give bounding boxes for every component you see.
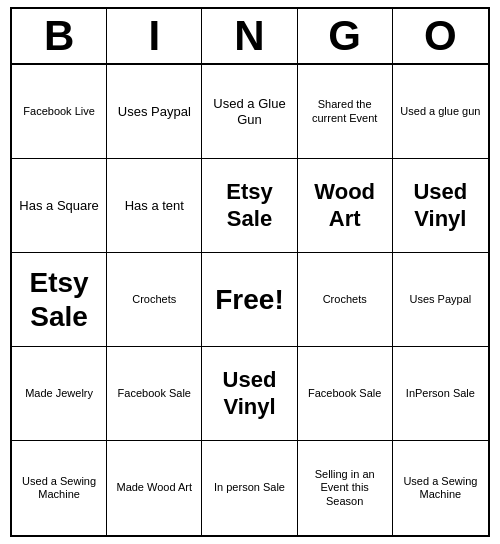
cell-text: Etsy Sale: [206, 179, 292, 232]
cell-text: Used Vinyl: [397, 179, 484, 232]
header-letter: B: [12, 9, 107, 63]
bingo-grid: Facebook LiveUses PaypalUsed a Glue GunS…: [12, 65, 488, 535]
cell-text: Used a Sewing Machine: [16, 475, 102, 501]
bingo-cell[interactable]: Used a Sewing Machine: [393, 441, 488, 535]
cell-text: Uses Paypal: [118, 104, 191, 120]
bingo-cell[interactable]: Facebook Sale: [107, 347, 202, 441]
bingo-cell[interactable]: Crochets: [298, 253, 393, 347]
bingo-cell[interactable]: Used a Glue Gun: [202, 65, 297, 159]
bingo-cell[interactable]: In person Sale: [202, 441, 297, 535]
cell-text: Used a Glue Gun: [206, 96, 292, 127]
bingo-cell[interactable]: Has a tent: [107, 159, 202, 253]
header-letter: N: [202, 9, 297, 63]
cell-text: Crochets: [132, 293, 176, 306]
cell-text: Uses Paypal: [410, 293, 472, 306]
bingo-cell[interactable]: Shared the current Event: [298, 65, 393, 159]
header-letter: I: [107, 9, 202, 63]
bingo-cell[interactable]: Used Vinyl: [202, 347, 297, 441]
cell-text: Facebook Live: [23, 105, 95, 118]
cell-text: InPerson Sale: [406, 387, 475, 400]
bingo-cell[interactable]: Free!: [202, 253, 297, 347]
cell-text: Selling in an Event this Season: [302, 468, 388, 508]
cell-text: Facebook Sale: [308, 387, 381, 400]
bingo-header: BINGO: [12, 9, 488, 65]
bingo-cell[interactable]: Wood Art: [298, 159, 393, 253]
bingo-cell[interactable]: Used a glue gun: [393, 65, 488, 159]
bingo-cell[interactable]: InPerson Sale: [393, 347, 488, 441]
cell-text: Has a Square: [19, 198, 99, 214]
header-letter: O: [393, 9, 488, 63]
cell-text: Facebook Sale: [118, 387, 191, 400]
bingo-cell[interactable]: Made Wood Art: [107, 441, 202, 535]
bingo-cell[interactable]: Crochets: [107, 253, 202, 347]
cell-text: Used a Sewing Machine: [397, 475, 484, 501]
bingo-cell[interactable]: Used a Sewing Machine: [12, 441, 107, 535]
bingo-card: BINGO Facebook LiveUses PaypalUsed a Glu…: [10, 7, 490, 537]
bingo-cell[interactable]: Uses Paypal: [107, 65, 202, 159]
cell-text: Made Jewelry: [25, 387, 93, 400]
cell-text: Shared the current Event: [302, 98, 388, 124]
bingo-cell[interactable]: Etsy Sale: [12, 253, 107, 347]
cell-text: Etsy Sale: [16, 266, 102, 333]
header-letter: G: [298, 9, 393, 63]
bingo-cell[interactable]: Facebook Sale: [298, 347, 393, 441]
cell-text: In person Sale: [214, 481, 285, 494]
cell-text: Used Vinyl: [206, 367, 292, 420]
bingo-cell[interactable]: Etsy Sale: [202, 159, 297, 253]
cell-text: Free!: [215, 283, 283, 317]
cell-text: Crochets: [323, 293, 367, 306]
cell-text: Has a tent: [125, 198, 184, 214]
bingo-cell[interactable]: Selling in an Event this Season: [298, 441, 393, 535]
bingo-cell[interactable]: Used Vinyl: [393, 159, 488, 253]
cell-text: Used a glue gun: [400, 105, 480, 118]
bingo-cell[interactable]: Facebook Live: [12, 65, 107, 159]
bingo-cell[interactable]: Has a Square: [12, 159, 107, 253]
bingo-cell[interactable]: Made Jewelry: [12, 347, 107, 441]
bingo-cell[interactable]: Uses Paypal: [393, 253, 488, 347]
cell-text: Made Wood Art: [116, 481, 192, 494]
cell-text: Wood Art: [302, 179, 388, 232]
